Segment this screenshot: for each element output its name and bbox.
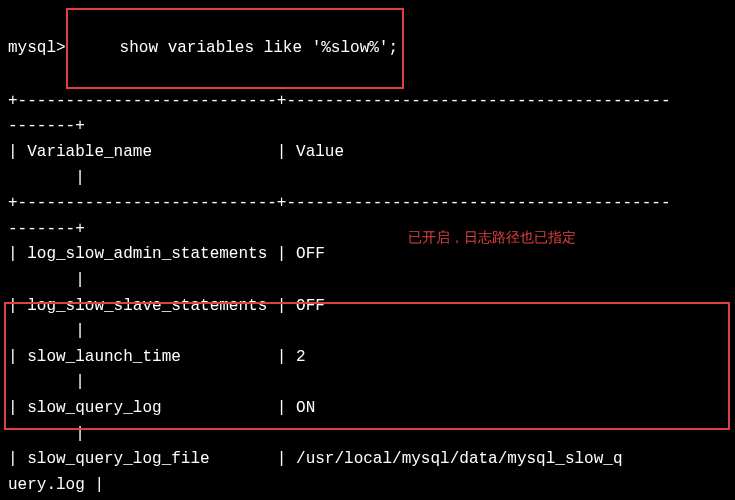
- table-separator-mid-cont: -------+: [8, 217, 727, 243]
- annotation-text: 已开启，日志路径也已指定: [408, 226, 576, 248]
- command-highlight-box: show variables like '%slow%';: [66, 8, 404, 89]
- table-separator-top-cont: -------+: [8, 114, 727, 140]
- table-header-row: | Variable_name | Value: [8, 140, 727, 166]
- table-row-cont: uery.log |: [8, 473, 727, 499]
- table-row: | log_slow_admin_statements | OFF: [8, 242, 727, 268]
- table-row-cont: |: [8, 268, 727, 294]
- command-line[interactable]: mysql> show variables like '%slow%';: [8, 8, 727, 89]
- sql-command: show variables like '%slow%';: [110, 39, 398, 57]
- mysql-prompt: mysql>: [8, 36, 66, 62]
- table-separator-top: +---------------------------+-----------…: [8, 89, 727, 115]
- table-header-row-cont: |: [8, 166, 727, 192]
- table-row: | slow_query_log_file | /usr/local/mysql…: [8, 447, 727, 473]
- highlight-box-rows: [4, 302, 730, 430]
- table-separator-mid: +---------------------------+-----------…: [8, 191, 727, 217]
